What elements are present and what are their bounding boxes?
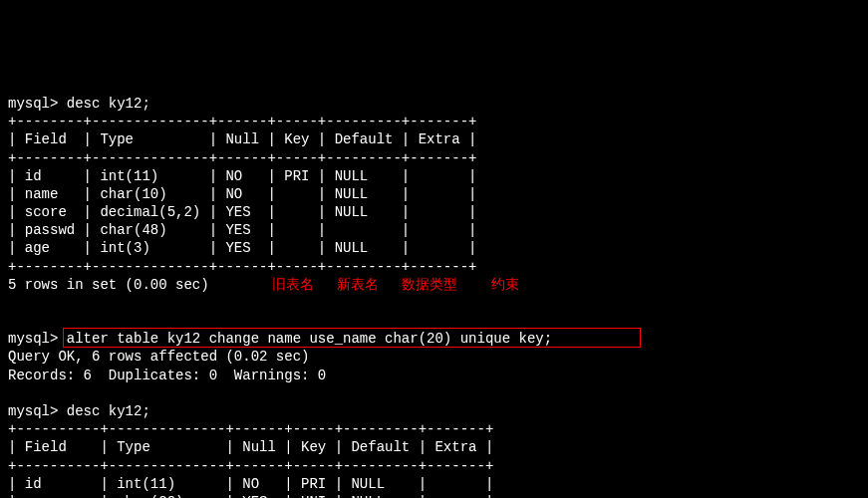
table2-sep-mid: +----------+--------------+------+-----+… [8,458,493,474]
query-ok: Query OK, 6 rows affected (0.02 sec) [8,349,309,365]
table1-row-3: | passwd | char(48) | YES | | | | [8,222,476,238]
result-annotation-row: 5 rows in set (0.00 sec)旧表名新表名数据类型约束 [8,276,860,294]
table1-row-2: | score | decimal(5,2) | YES | | NULL | … [8,204,476,220]
table2-header: | Field | Type | Null | Key | Default | … [8,439,493,455]
table2-row-0: | id | int(11) | NO | PRI | NULL | | [8,476,493,492]
terminal-output: mysql> desc ky12; +--------+------------… [8,77,860,498]
alter-command-container: mysql> alter table ky12 change name use_… [8,330,860,348]
mysql-prompt-1[interactable]: mysql> desc ky12; [8,96,150,112]
table1-row-0: | id | int(11) | NO | PRI | NULL | | [8,168,476,184]
table1-sep-mid: +--------+--------------+------+-----+--… [8,150,476,166]
alter-command: alter table ky12 change name use_name ch… [67,331,552,347]
table1-sep-top: +--------+--------------+------+-----+--… [8,114,476,129]
mysql-prompt-3[interactable]: mysql> desc ky12; [8,403,150,419]
result1: 5 rows in set (0.00 sec) [8,277,209,293]
records-line: Records: 6 Duplicates: 0 Warnings: 0 [8,368,326,383]
annotation-constraint: 约束 [491,276,519,294]
table1-sep-bottom: +--------+--------------+------+-----+--… [8,259,476,275]
table2-sep-top: +----------+--------------+------+-----+… [8,421,493,437]
table1-row-1: | name | char(10) | NO | | NULL | | [8,186,476,202]
table1-header: | Field | Type | Null | Key | Default | … [8,131,476,147]
annotation-data-type: 数据类型 [402,276,457,294]
annotation-new-name: 新表名 [337,276,379,294]
annotation-old-name: 旧表名 [272,276,314,294]
table1-row-4: | age | int(3) | YES | | NULL | | [8,240,476,256]
mysql-prompt-2[interactable]: mysql> alter table ky12 change name use_… [8,331,552,347]
table2-row-1: | use_name | char(20) | YES | UNI | NULL… [8,494,493,498]
